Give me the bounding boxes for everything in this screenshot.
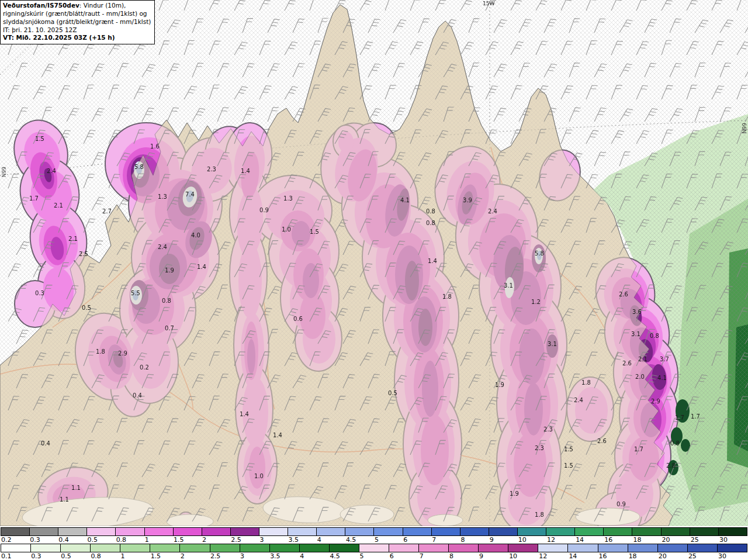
scale-segment [1,528,29,535]
svg-text:1.8: 1.8 [535,511,544,518]
scale-segment [567,544,597,552]
svg-text:2.6: 2.6 [619,291,628,298]
scale-tick-label: 5 [359,552,389,560]
scale-tick-label: 2 [180,552,210,560]
legend-line-3: slydda/snjókoma (grátt/bleikt/grænt - mm… [3,18,151,26]
scale-tick-label: 25 [690,536,719,544]
svg-text:1.5: 1.5 [35,136,44,142]
scale-tick-label: 18 [632,536,661,544]
scale-tick-label: 18 [628,552,658,560]
scale-tick-label: 9 [479,552,508,560]
legend-line-1: Veðurstofan/IS750dev: Vindur (10m), [3,2,151,10]
meridian-label-15w: 15W [483,1,494,6]
svg-text:1.7: 1.7 [691,413,700,420]
scale-segment [574,528,603,535]
svg-text:2.3: 2.3 [543,426,553,433]
scale-segment [628,544,657,552]
svg-text:3.7: 3.7 [660,356,669,362]
svg-text:0.2: 0.2 [140,364,149,371]
svg-text:1.4: 1.4 [428,258,437,264]
scale-tick-label: 1.5 [173,536,202,544]
svg-text:2.7: 2.7 [102,208,112,215]
svg-text:1.5: 1.5 [310,229,319,235]
svg-text:4.1: 4.1 [400,197,410,203]
scale-segment [687,544,717,552]
scale-tick-label: 5 [374,536,403,544]
colorbar-area: 0.20.30.40.50.811.522.533.544.5567891012… [0,526,748,560]
scale-segment [202,528,230,535]
svg-text:0.7: 0.7 [165,325,174,331]
scale-tick-label: 10 [518,536,546,544]
scale-segment [30,544,60,552]
svg-text:5.5: 5.5 [131,290,140,296]
scale-segment [546,528,574,535]
svg-text:1.1: 1.1 [71,485,81,491]
svg-text:0.4: 0.4 [41,440,50,447]
svg-text:2.5: 2.5 [79,251,88,257]
svg-text:0.5: 0.5 [82,305,91,311]
svg-text:0.4: 0.4 [133,392,142,399]
scale-segment [345,528,373,535]
scale-tick-label: 4 [299,552,329,560]
sleet-colorbar-bar [1,544,747,552]
scale-tick-label: 16 [604,536,632,544]
svg-text:1.7: 1.7 [675,414,684,421]
svg-text:0.8: 0.8 [162,298,171,304]
scale-segment [448,544,478,552]
scale-segment [598,544,628,552]
scale-tick-label: 4 [317,536,345,544]
svg-text:1.4: 1.4 [273,432,282,438]
scale-segment [173,528,202,535]
scale-tick-label: 14 [575,536,604,544]
scale-tick-label: 3.5 [269,552,299,560]
scale-tick-label: 4.5 [345,536,374,544]
scale-tick-label: 2 [202,536,230,544]
svg-text:2.9: 2.9 [651,398,660,405]
scale-tick-label: 9 [489,536,518,544]
scale-segment [478,544,508,552]
scale-tick-label: 12 [538,552,568,560]
scale-segment [359,544,389,552]
scale-segment [1,544,30,552]
scale-tick-label: 2.5 [230,536,259,544]
svg-text:2.3: 2.3 [207,166,216,172]
scale-segment [690,528,718,535]
scale-segment [508,544,538,552]
scale-segment [517,528,546,535]
scale-segment [288,528,316,535]
product-name: Veðurstofan/IS750dev [3,2,79,9]
svg-text:4.1: 4.1 [657,375,667,381]
svg-text:0.3: 0.3 [35,290,44,296]
scale-segment [269,544,299,552]
svg-text:2.9: 2.9 [118,350,127,357]
svg-text:2.8: 2.8 [666,462,676,469]
svg-text:1.4: 1.4 [241,168,250,174]
svg-text:1.6: 1.6 [150,143,160,150]
scale-segment [90,544,120,552]
svg-text:1.4: 1.4 [197,264,206,270]
scale-tick-label: 6 [403,536,431,544]
svg-text:1.3: 1.3 [158,193,167,200]
scale-tick-label: 2.5 [210,552,240,560]
scale-segment [718,528,747,535]
scale-tick-label: 12 [546,536,575,544]
svg-text:5.8: 5.8 [535,250,544,257]
scale-segment [29,528,58,535]
svg-text:5.8: 5.8 [134,164,144,170]
svg-text:1.9: 1.9 [165,267,174,274]
svg-text:2.4: 2.4 [47,168,56,174]
scale-segment [316,528,345,535]
scale-segment [240,544,269,552]
scale-tick-label: 7 [431,536,460,544]
scale-tick-label: 0.2 [1,536,29,544]
scale-segment [632,528,660,535]
svg-text:1.7: 1.7 [29,195,39,202]
svg-text:1.3: 1.3 [283,195,293,202]
svg-text:7.4: 7.4 [185,191,195,198]
scale-segment [144,528,173,535]
scale-tick-label: 20 [658,552,688,560]
svg-text:1.0: 1.0 [282,226,291,233]
scale-segment [210,544,240,552]
svg-text:3.9: 3.9 [463,197,472,203]
svg-text:0.8: 0.8 [650,333,659,339]
